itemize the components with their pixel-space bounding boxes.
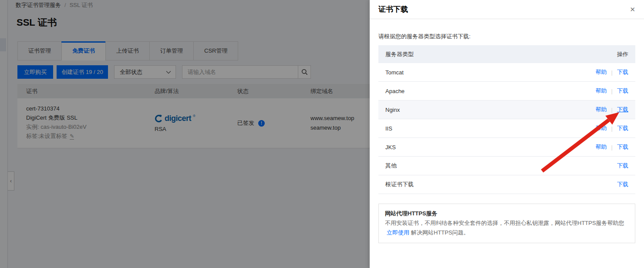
server-type-label: Apache bbox=[385, 88, 405, 94]
server-row-apache: Apache 帮助 | 下载 bbox=[378, 82, 635, 100]
drawer-header: 证书下载 ✕ bbox=[370, 0, 644, 19]
close-icon[interactable]: ✕ bbox=[628, 5, 637, 14]
action-divider: | bbox=[611, 144, 613, 151]
server-row-tomcat: Tomcat 帮助 | 下载 bbox=[378, 63, 635, 82]
action-divider: | bbox=[611, 125, 613, 132]
server-type-table: 服务器类型 操作 Tomcat 帮助 | 下载 Apache 帮助 | 下载 bbox=[378, 45, 635, 194]
download-link[interactable]: 下载 bbox=[617, 68, 628, 76]
cert-download-drawer: 证书下载 ✕ 请根据您的服务器类型选择证书下载: 服务器类型 操作 Tomcat… bbox=[370, 0, 644, 268]
download-link-nginx[interactable]: 下载 bbox=[617, 106, 628, 114]
col-server-type: 服务器类型 bbox=[385, 50, 414, 58]
download-link[interactable]: 下载 bbox=[617, 162, 628, 170]
col-action: 操作 bbox=[617, 50, 628, 58]
server-type-label: IIS bbox=[385, 125, 392, 132]
help-link[interactable]: 帮助 bbox=[596, 106, 607, 114]
action-divider: | bbox=[611, 69, 613, 76]
server-row-iis: IIS 帮助 | 下载 bbox=[378, 119, 635, 138]
drawer-body: 请根据您的服务器类型选择证书下载: 服务器类型 操作 Tomcat 帮助 | 下… bbox=[370, 33, 644, 243]
action-divider: | bbox=[611, 107, 613, 113]
use-now-link[interactable]: 立即使用 bbox=[387, 229, 409, 236]
server-type-label: Tomcat bbox=[385, 69, 404, 76]
action-divider: | bbox=[611, 88, 613, 94]
promo-body: 不用安装证书，不用纠结各种安全套件的选择，不用担心私钥泄露，网站代理HTTPS服… bbox=[385, 218, 629, 238]
download-link[interactable]: 下载 bbox=[617, 124, 628, 132]
help-link[interactable]: 帮助 bbox=[596, 143, 607, 151]
drawer-title: 证书下载 bbox=[378, 4, 628, 14]
server-row-nginx: Nginx 帮助 | 下载 bbox=[378, 100, 635, 119]
https-proxy-promo-box: 网站代理HTTPS服务 不用安装证书，不用纠结各种安全套件的选择，不用担心私钥泄… bbox=[378, 204, 635, 243]
download-link[interactable]: 下载 bbox=[617, 143, 628, 151]
server-table-header: 服务器类型 操作 bbox=[378, 45, 635, 63]
promo-title: 网站代理HTTPS服务 bbox=[385, 209, 629, 218]
help-link[interactable]: 帮助 bbox=[596, 87, 607, 95]
server-type-label: JKS bbox=[385, 144, 396, 151]
server-row-root-cert: 根证书下载 下载 bbox=[378, 175, 635, 194]
server-row-jks: JKS 帮助 | 下载 bbox=[378, 138, 635, 157]
server-row-other: 其他 下载 bbox=[378, 157, 635, 175]
server-type-label: Nginx bbox=[385, 107, 400, 113]
server-type-label: 其他 bbox=[385, 162, 397, 170]
help-link[interactable]: 帮助 bbox=[596, 124, 607, 132]
download-link[interactable]: 下载 bbox=[617, 181, 628, 188]
download-link[interactable]: 下载 bbox=[617, 87, 628, 95]
help-link[interactable]: 帮助 bbox=[596, 68, 607, 76]
drawer-intro-text: 请根据您的服务器类型选择证书下载: bbox=[378, 33, 635, 40]
promo-text-before: 不用安装证书，不用纠结各种安全套件的选择，不用担心私钥泄露，网站代理HTTPS服… bbox=[385, 220, 624, 226]
modal-overlay[interactable] bbox=[0, 0, 370, 268]
promo-text-after: 解决网站HTTPS问题。 bbox=[411, 229, 469, 236]
server-type-label: 根证书下载 bbox=[385, 181, 414, 188]
